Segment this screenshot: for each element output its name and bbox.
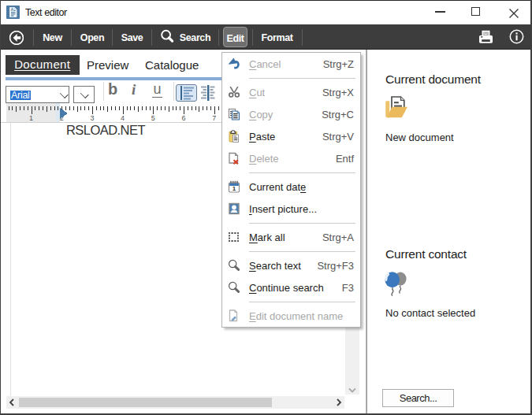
svg-text:3: 3 bbox=[90, 114, 94, 122]
svg-text:6: 6 bbox=[181, 114, 185, 122]
svg-text:5: 5 bbox=[151, 114, 155, 122]
svg-text:7: 7 bbox=[212, 114, 216, 122]
svg-text:1: 1 bbox=[29, 114, 33, 122]
svg-text:A: A bbox=[11, 7, 14, 12]
svg-text:4: 4 bbox=[121, 114, 125, 122]
svg-text:1: 1 bbox=[233, 185, 236, 192]
